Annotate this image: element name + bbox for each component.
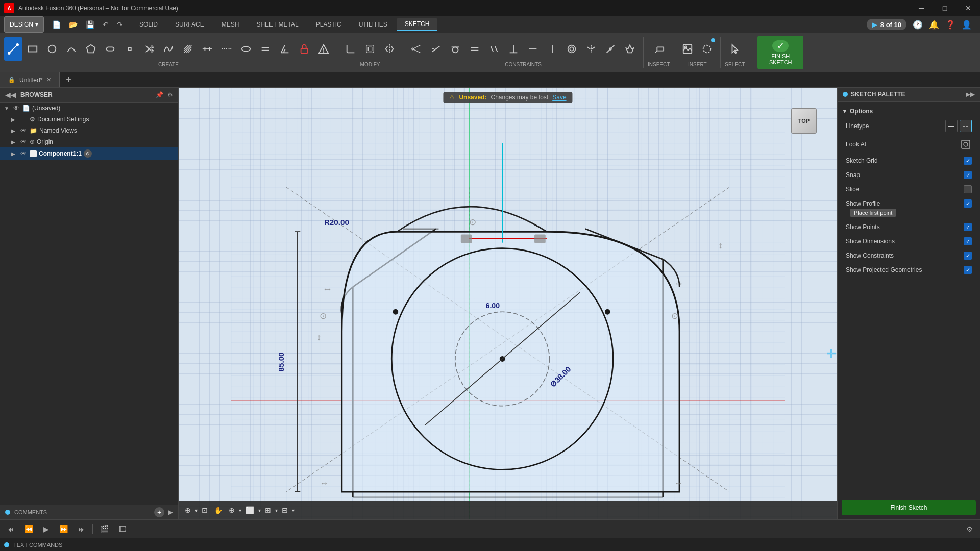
recording-icon[interactable]: 🎞 bbox=[116, 524, 129, 534]
play-button[interactable]: ▶ bbox=[40, 524, 52, 534]
vertical-constraint[interactable] bbox=[543, 37, 561, 61]
rectangle-tool[interactable] bbox=[23, 37, 42, 61]
add-comment-button[interactable]: + bbox=[154, 507, 164, 517]
tree-item-doc-settings[interactable]: ▶ ⚙ Document Settings bbox=[0, 114, 178, 125]
inspect-tool[interactable] bbox=[650, 37, 668, 61]
insert-dxf-tool[interactable] bbox=[698, 37, 716, 61]
finish-sketch-palette-button[interactable]: Finish Sketch bbox=[842, 500, 976, 515]
browser-options-button[interactable]: ⚙ bbox=[167, 91, 173, 98]
spline-tool[interactable] bbox=[159, 37, 178, 61]
expand-comments-button[interactable]: ▶ bbox=[168, 509, 173, 516]
close-tab-button[interactable]: ✕ bbox=[46, 77, 51, 83]
zoom-tool[interactable]: ⊕ bbox=[227, 504, 237, 516]
collinear-constraint[interactable] bbox=[427, 37, 445, 61]
midpoint-constraint[interactable] bbox=[601, 37, 620, 61]
linetype-solid[interactable] bbox=[945, 120, 958, 132]
skip-to-start-button[interactable]: ⏮ bbox=[4, 524, 17, 534]
expand-palette-button[interactable]: ▶▶ bbox=[966, 91, 975, 98]
offset-tool[interactable] bbox=[361, 37, 379, 61]
horizontal-line-tool[interactable] bbox=[198, 37, 216, 61]
trim-tool[interactable] bbox=[140, 37, 158, 61]
construction-tool[interactable] bbox=[217, 37, 236, 61]
user-icon[interactable]: 👤 bbox=[962, 20, 972, 30]
design-dropdown[interactable]: DESIGN ▾ bbox=[4, 16, 44, 33]
tab-utilities[interactable]: UTILITIES bbox=[351, 19, 396, 30]
show-profile-checkbox[interactable]: ✓ bbox=[964, 199, 972, 208]
redo-btn[interactable]: ↷ bbox=[114, 19, 126, 30]
sketch-viewport[interactable]: ↔ ↔ ⊙ ⊙ ↔ ↔ ⊙ ↕ ↕ ✛ R20.00 85.00 6.00 Ø3… bbox=[179, 88, 837, 519]
point-tool[interactable] bbox=[120, 37, 139, 61]
maximize-button[interactable]: □ bbox=[933, 0, 957, 16]
show-points-checkbox[interactable]: ✓ bbox=[964, 223, 972, 231]
zoom-dropdown[interactable]: ▾ bbox=[239, 508, 241, 513]
display-dropdown[interactable]: ▾ bbox=[292, 508, 295, 513]
slice-checkbox[interactable] bbox=[964, 185, 972, 193]
eye-icon-views[interactable]: 👁 bbox=[20, 127, 28, 134]
parallel-constraint[interactable] bbox=[485, 37, 503, 61]
sketch-grid-checkbox[interactable]: ✓ bbox=[964, 157, 972, 165]
tab-surface[interactable]: SURFACE bbox=[167, 19, 212, 30]
tree-item-origin[interactable]: ▶ 👁 ⊕ Origin bbox=[0, 136, 178, 147]
polygon-tool[interactable] bbox=[82, 37, 100, 61]
show-constraints-checkbox[interactable]: ✓ bbox=[964, 252, 972, 260]
undo-btn[interactable]: ↶ bbox=[100, 19, 112, 30]
orbit-tool[interactable]: ⊕ bbox=[183, 504, 193, 516]
close-button[interactable]: ✕ bbox=[957, 0, 980, 16]
eye-icon-origin[interactable]: 👁 bbox=[20, 138, 28, 145]
canvas-area[interactable]: ⚠ Unsaved: Changes may be lost Save bbox=[179, 88, 837, 519]
selection-dropdown[interactable]: ▾ bbox=[258, 508, 261, 513]
lookat-icon[interactable] bbox=[960, 138, 972, 151]
new-tab-button[interactable]: + bbox=[60, 74, 78, 85]
step-forward-button[interactable]: ⏩ bbox=[56, 524, 71, 534]
grid-dropdown[interactable]: ▾ bbox=[275, 508, 278, 513]
arc-tool[interactable] bbox=[62, 37, 81, 61]
pin-browser-button[interactable]: 📌 bbox=[156, 91, 163, 98]
tree-item-named-views[interactable]: ▶ 👁 📁 Named Views bbox=[0, 125, 178, 136]
alert-tool[interactable] bbox=[314, 37, 333, 61]
hatch-tool[interactable] bbox=[179, 37, 197, 61]
tree-item-unsaved[interactable]: ▼ 👁 📄 (Unsaved) bbox=[0, 103, 178, 114]
orbit-dropdown[interactable]: ▾ bbox=[195, 508, 198, 513]
coincident-constraint[interactable] bbox=[407, 37, 426, 61]
show-dimensions-checkbox[interactable]: ✓ bbox=[964, 237, 972, 245]
save-file-btn[interactable]: 💾 bbox=[83, 19, 97, 30]
grid-tool[interactable]: ⊞ bbox=[263, 504, 273, 516]
slot-tool[interactable] bbox=[101, 37, 119, 61]
pan-tool[interactable]: ✋ bbox=[212, 504, 225, 516]
perpendicular-constraint[interactable] bbox=[504, 37, 523, 61]
line-tool[interactable] bbox=[4, 37, 22, 61]
tree-item-component[interactable]: ▶ 👁 Component1:1 ⊙ bbox=[0, 147, 178, 160]
tab-plastic[interactable]: PLASTIC bbox=[308, 19, 350, 30]
lock-tool[interactable] bbox=[295, 37, 313, 61]
concentric-constraint[interactable] bbox=[562, 37, 581, 61]
tab-solid[interactable]: SOLID bbox=[131, 19, 166, 30]
options-section-header[interactable]: ▼ Options bbox=[842, 106, 976, 117]
horizontal-constraint[interactable] bbox=[524, 37, 542, 61]
angle-tool[interactable] bbox=[276, 37, 294, 61]
tab-sheet-metal[interactable]: SHEET METAL bbox=[248, 19, 306, 30]
select-tool[interactable] bbox=[726, 37, 744, 61]
show-projected-checkbox[interactable]: ✓ bbox=[964, 266, 972, 274]
open-file-btn[interactable]: 📂 bbox=[66, 19, 81, 30]
tangent-constraint[interactable] bbox=[446, 37, 464, 61]
minimize-button[interactable]: ─ bbox=[910, 0, 933, 16]
collapse-browser-button[interactable]: ◀◀ bbox=[5, 91, 16, 99]
selection-tool[interactable]: ⬜ bbox=[243, 504, 256, 516]
skip-to-end-button[interactable]: ⏭ bbox=[75, 524, 88, 534]
animation-icon[interactable]: 🎬 bbox=[97, 524, 112, 534]
fit-view-tool[interactable]: ⊡ bbox=[200, 504, 210, 516]
equal-constraint2[interactable] bbox=[465, 37, 484, 61]
fix-constraint[interactable] bbox=[621, 37, 639, 61]
linetype-dashed[interactable] bbox=[960, 120, 972, 132]
insert-image-tool[interactable] bbox=[678, 37, 697, 61]
notification-icon[interactable]: 🕐 bbox=[913, 20, 923, 30]
circle-tool[interactable] bbox=[43, 37, 61, 61]
view-cube[interactable]: TOP bbox=[786, 108, 827, 149]
save-link[interactable]: Save bbox=[552, 94, 566, 101]
equal-constraint[interactable] bbox=[256, 37, 275, 61]
finish-sketch-ribbon-button[interactable]: ✓ FINISH SKETCH bbox=[757, 36, 803, 69]
settings-button[interactable]: ⚙ bbox=[963, 524, 976, 534]
help-icon[interactable]: ❓ bbox=[945, 20, 955, 30]
new-file-btn[interactable]: 📄 bbox=[49, 19, 64, 30]
ellipse-tool[interactable] bbox=[237, 37, 255, 61]
